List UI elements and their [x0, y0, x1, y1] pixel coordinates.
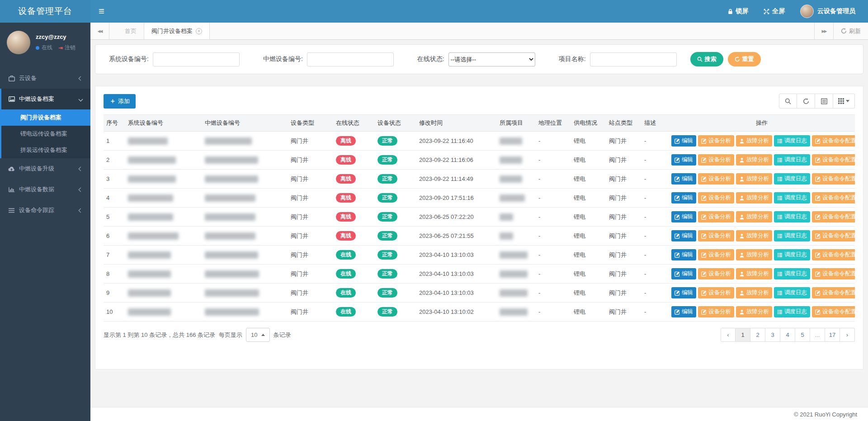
dispatch-log-button[interactable]: 调度日志	[774, 135, 810, 147]
device-command-config-button[interactable]: 设备命令配置	[812, 230, 855, 241]
device-analysis-button[interactable]: 设备分析	[698, 154, 734, 166]
dispatch-log-button[interactable]: 调度日志	[774, 268, 810, 279]
device-analysis-button[interactable]: 设备分析	[698, 268, 734, 279]
pagination-page-17[interactable]: 17	[825, 328, 840, 342]
sidebar-item-device-data[interactable]: 中燃设备数据	[0, 179, 90, 200]
device-analysis-button[interactable]: 设备分析	[698, 135, 734, 147]
pagination-page-5[interactable]: 5	[795, 328, 810, 342]
sidebar-item-device-archive[interactable]: 中燃设备档案	[1, 89, 90, 109]
cell-project	[497, 284, 536, 303]
sidebar-item-valve-well-archive[interactable]: 阀门井设备档案	[1, 109, 90, 126]
tab-refresh-button[interactable]: 刷新	[833, 23, 868, 39]
dispatch-log-button[interactable]: 调度日志	[774, 154, 810, 166]
fault-analysis-button[interactable]: 故障分析	[736, 154, 772, 166]
page-size-select[interactable]: 10	[246, 328, 269, 342]
admin-user-menu[interactable]: 云设备管理员	[800, 5, 855, 18]
col-no: 序号	[104, 115, 125, 132]
sidebar-toggle-icon[interactable]: ≡	[90, 0, 113, 23]
edit-button[interactable]: 编辑	[671, 249, 696, 260]
cell-operations: 编辑设备分析故障分析调度日志设备命令配置设备信息	[669, 151, 855, 170]
pagination-page-2[interactable]: 2	[750, 328, 765, 342]
system-device-no-input[interactable]	[153, 52, 240, 66]
edit-button[interactable]: 编辑	[671, 173, 696, 184]
device-analysis-button[interactable]: 设备分析	[698, 287, 734, 298]
table-search-button[interactable]	[779, 94, 797, 109]
project-name-input[interactable]	[590, 52, 677, 66]
device-command-config-button[interactable]: 设备命令配置	[812, 268, 855, 279]
reset-button[interactable]: 重置	[728, 52, 761, 66]
tabs-scroll-right-button[interactable]: ▶▶	[814, 23, 833, 39]
cell-station-type: 阀门井	[606, 170, 642, 189]
device-analysis-button[interactable]: 设备分析	[698, 211, 734, 222]
device-command-config-button[interactable]: 设备命令配置	[812, 154, 855, 166]
sidebar-item-assembled-remote-archive[interactable]: 拼装远传设备档案	[1, 142, 90, 158]
device-analysis-button[interactable]: 设备分析	[698, 249, 734, 260]
sidebar-item-device-upgrade[interactable]: 中燃设备升级	[0, 158, 90, 179]
sidebar-item-lithium-remote-archive[interactable]: 锂电远传设备档案	[1, 126, 90, 142]
table-panel: ＋ 添加	[95, 86, 863, 369]
tabs-scroll-left-button[interactable]: ◀◀	[90, 23, 109, 39]
fault-analysis-button[interactable]: 故障分析	[736, 249, 772, 260]
user-avatar[interactable]	[7, 31, 30, 54]
fault-analysis-button[interactable]: 故障分析	[736, 173, 772, 184]
pagination-next[interactable]: ›	[840, 328, 855, 342]
device-command-config-button[interactable]: 设备命令配置	[812, 249, 855, 260]
edit-button[interactable]: 编辑	[671, 268, 696, 279]
fault-analysis-button[interactable]: 故障分析	[736, 268, 772, 279]
fault-analysis-button[interactable]: 故障分析	[736, 135, 772, 147]
lock-screen-button[interactable]: 锁屏	[728, 7, 748, 15]
device-analysis-button[interactable]: 设备分析	[698, 173, 734, 184]
edit-button[interactable]: 编辑	[671, 230, 696, 241]
device-command-config-button[interactable]: 设备命令配置	[812, 192, 855, 203]
table-detail-view-button[interactable]	[815, 94, 833, 109]
search-button[interactable]: 搜索	[690, 52, 723, 66]
dispatch-log-button[interactable]: 调度日志	[774, 173, 810, 184]
edit-button[interactable]: 编辑	[671, 306, 696, 317]
pagination-page-3[interactable]: 3	[765, 328, 780, 342]
edit-button[interactable]: 编辑	[671, 154, 696, 166]
sidebar-item-cloud-devices[interactable]: 云设备	[0, 68, 90, 89]
device-command-config-button[interactable]: 设备命令配置	[812, 173, 855, 184]
fault-analysis-button[interactable]: 故障分析	[736, 230, 772, 241]
device-command-config-button[interactable]: 设备命令配置	[812, 306, 855, 317]
device-command-config-button[interactable]: 设备命令配置	[812, 211, 855, 222]
dispatch-log-button[interactable]: 调度日志	[774, 211, 810, 222]
dispatch-log-button[interactable]: 调度日志	[774, 230, 810, 241]
pagination-page-4[interactable]: 4	[780, 328, 795, 342]
sidebar-item-command-tracking[interactable]: 设备命令跟踪	[0, 200, 90, 221]
edit-icon	[815, 214, 821, 220]
fault-analysis-button[interactable]: 故障分析	[736, 306, 772, 317]
tab-close-icon[interactable]: ✕	[196, 28, 202, 34]
table-columns-button[interactable]	[833, 94, 855, 109]
dispatch-log-button[interactable]: 调度日志	[774, 192, 810, 203]
device-command-config-button[interactable]: 设备命令配置	[812, 287, 855, 298]
zhongran-device-no-input[interactable]	[307, 52, 394, 66]
edit-icon	[701, 138, 707, 144]
fullscreen-button[interactable]: 全屏	[764, 7, 785, 15]
edit-icon	[675, 290, 680, 296]
device-analysis-button[interactable]: 设备分析	[698, 192, 734, 203]
fault-analysis-button[interactable]: 故障分析	[736, 287, 772, 298]
device-analysis-button[interactable]: 设备分析	[698, 230, 734, 241]
pagination-page-1[interactable]: 1	[736, 328, 750, 342]
pagination-prev[interactable]: ‹	[721, 328, 736, 342]
device-analysis-button[interactable]: 设备分析	[698, 306, 734, 317]
device-command-config-button[interactable]: 设备命令配置	[812, 135, 855, 147]
logout-button[interactable]: ⇥ 注销	[58, 44, 75, 52]
dispatch-log-button[interactable]: 调度日志	[774, 287, 810, 298]
dispatch-log-button[interactable]: 调度日志	[774, 306, 810, 317]
tab-home[interactable]: 首页	[118, 23, 144, 39]
table-refresh-button[interactable]	[797, 94, 815, 109]
fault-analysis-button[interactable]: 故障分析	[736, 192, 772, 203]
online-status-select[interactable]: --请选择--	[448, 52, 535, 66]
edit-button[interactable]: 编辑	[671, 135, 696, 147]
edit-button[interactable]: 编辑	[671, 192, 696, 203]
cell-description: -	[642, 170, 669, 189]
edit-button[interactable]: 编辑	[671, 287, 696, 298]
fault-analysis-button[interactable]: 故障分析	[736, 211, 772, 222]
add-button[interactable]: ＋ 添加	[104, 94, 136, 109]
dispatch-log-button[interactable]: 调度日志	[774, 249, 810, 260]
cell-online-status: 在线	[333, 265, 375, 284]
tab-valve-well-archive[interactable]: 阀门井设备档案 ✕	[144, 23, 210, 39]
edit-button[interactable]: 编辑	[671, 211, 696, 222]
